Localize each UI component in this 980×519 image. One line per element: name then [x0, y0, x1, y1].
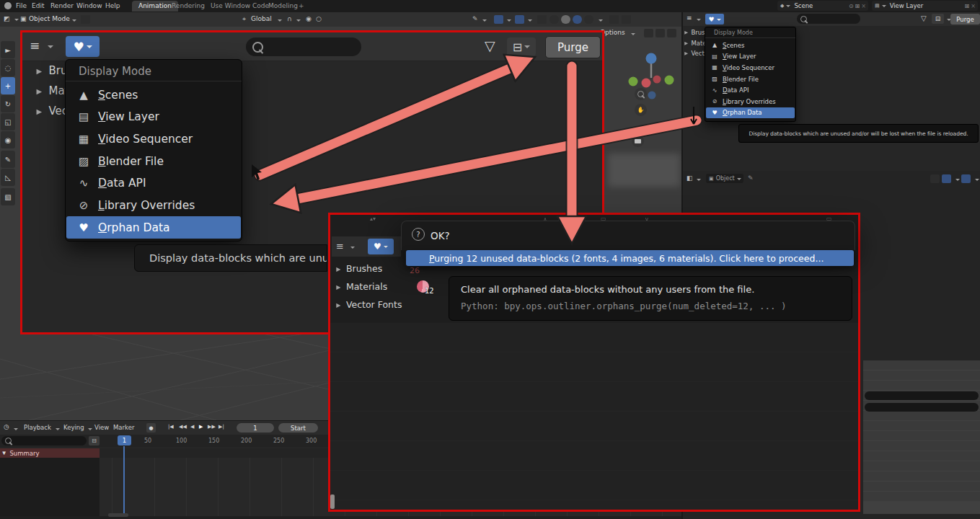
channel-filter-button[interactable]: ⊟: [89, 436, 100, 445]
editor-type-icon[interactable]: ◩: [4, 15, 10, 22]
collection-filter-button[interactable]: ⊟: [932, 14, 944, 24]
menu-item-blender-file[interactable]: ▨Blender File: [706, 74, 795, 85]
channel-search-input[interactable]: [1, 436, 87, 445]
expand-icon[interactable]: ▶: [336, 265, 340, 272]
add-workspace-button[interactable]: +: [299, 2, 304, 9]
purge-button[interactable]: Purge: [950, 14, 980, 25]
pin-id-icon[interactable]: ✎: [748, 174, 754, 182]
tool-rotate-icon[interactable]: ↻: [1, 95, 15, 112]
menu-keying[interactable]: Keying: [63, 424, 84, 431]
shading-material-icon[interactable]: [573, 15, 582, 24]
expand-icon[interactable]: ▶: [684, 40, 688, 45]
menu-item-scenes[interactable]: ▲Scenes: [66, 84, 241, 106]
playhead-line[interactable]: [123, 446, 125, 516]
jump-start-button[interactable]: |◀: [168, 424, 174, 430]
viewport-extra-icon[interactable]: [622, 15, 631, 24]
expand-icon[interactable]: ▶: [36, 66, 42, 75]
menu-item-orphan-data[interactable]: ♥Orphan Data: [66, 216, 241, 239]
gizmo-toggle-icon[interactable]: [494, 15, 503, 24]
menu-file[interactable]: File: [16, 2, 27, 9]
viewport-render-icon[interactable]: [609, 15, 619, 24]
menu-view[interactable]: View: [94, 424, 109, 431]
display-mode-button[interactable]: ♥: [705, 14, 724, 25]
tool-scale-icon[interactable]: ◱: [1, 113, 15, 130]
expand-icon[interactable]: ▶: [336, 301, 340, 308]
outliner-row-vector-fonts[interactable]: ▶Vect: [684, 49, 705, 58]
jump-end-button[interactable]: ▶|: [218, 424, 224, 430]
expand-icon[interactable]: ▶: [684, 50, 688, 56]
menu-item-video-sequencer[interactable]: ▦Video Sequencer: [706, 62, 795, 74]
pan-hand-icon[interactable]: ✋: [635, 104, 647, 116]
transform-orientation-dropdown[interactable]: Global: [251, 15, 272, 22]
tool-annotate-icon[interactable]: ✎: [1, 151, 15, 168]
copy-view-layer-icon[interactable]: ⊞: [965, 3, 970, 9]
menu-item-library-overrides[interactable]: ⊘Library Overrides: [66, 195, 241, 217]
outliner-row-brushes[interactable]: ▶Brushes: [336, 263, 382, 274]
filter-funnel-icon[interactable]: ▽: [921, 14, 927, 22]
tool-measure-icon[interactable]: ◺: [1, 169, 15, 186]
properties-field[interactable]: [865, 403, 979, 412]
expand-icon[interactable]: ▶: [36, 86, 42, 95]
scrollbar-nub[interactable]: [330, 494, 335, 509]
expand-icon[interactable]: ▶: [336, 283, 340, 290]
properties-tab-icon[interactable]: [961, 174, 971, 183]
tool-select-icon[interactable]: ►: [1, 41, 15, 58]
play-reverse-button[interactable]: ◀: [190, 424, 194, 430]
menu-edit[interactable]: Edit: [32, 2, 44, 9]
annotate-pen-icon[interactable]: ✎: [472, 15, 478, 22]
proportional-editing-icon[interactable]: ◉: [306, 15, 312, 22]
shading-wireframe-icon[interactable]: [549, 15, 559, 24]
snap-magnet-icon[interactable]: ∩: [287, 15, 292, 22]
id-breadcrumb[interactable]: ▣Object: [706, 174, 743, 183]
menu-help[interactable]: Help: [105, 2, 120, 9]
navigation-gizmo[interactable]: [619, 40, 681, 119]
pin-icon[interactable]: ⊙: [849, 3, 854, 9]
menu-item-blender-file[interactable]: ▨Blender File: [66, 150, 241, 172]
editor-type-tree-icon[interactable]: ≡: [336, 241, 344, 252]
menu-item-data-api[interactable]: ∿Data API: [66, 172, 241, 195]
shading-solid-icon[interactable]: [561, 15, 570, 24]
proportional-falloff-icon[interactable]: ○: [316, 15, 322, 22]
current-frame-field[interactable]: 1: [237, 423, 274, 432]
mode-extra-icon[interactable]: [81, 15, 90, 24]
blender-logo-icon[interactable]: [4, 2, 12, 9]
expand-icon[interactable]: ▶: [684, 30, 688, 35]
search-input[interactable]: [246, 37, 361, 56]
camera-view-icon[interactable]: [632, 135, 644, 147]
close-icon[interactable]: ×: [971, 3, 976, 9]
copy-scene-icon[interactable]: ⊞: [855, 3, 860, 9]
collapse-icon[interactable]: ▶: [1, 451, 6, 455]
viewport-corner-icon[interactable]: [655, 29, 665, 37]
collection-filter-button[interactable]: ⊟: [507, 37, 536, 56]
summary-channel[interactable]: ▶ Summary: [0, 448, 100, 458]
shading-rendered-icon[interactable]: [584, 15, 593, 24]
properties-tab-icon[interactable]: [942, 174, 951, 183]
properties-tab-icon[interactable]: [930, 174, 940, 183]
auto-key-button[interactable]: ●: [146, 423, 156, 432]
outliner-row-materials[interactable]: ▶Mate: [684, 39, 707, 48]
tab-modeling[interactable]: Modeling: [268, 2, 298, 9]
search-input[interactable]: [797, 14, 860, 24]
scene-selector[interactable]: ◆ Scene ⊙ ⊞ ×: [777, 1, 868, 11]
menu-marker[interactable]: Marker: [113, 424, 134, 431]
view-layer-selector[interactable]: ▤ View Layer ⊞ ×: [872, 1, 978, 11]
purge-button[interactable]: Purge: [545, 36, 601, 58]
tool-add-cube-icon[interactable]: ▧: [1, 188, 15, 205]
horizontal-scrollbar[interactable]: [108, 513, 128, 517]
outliner-row-vector-fonts[interactable]: ▶Vector Fonts: [336, 299, 402, 310]
overlays-toggle-icon[interactable]: [515, 15, 524, 24]
object-mode-dropdown[interactable]: Object Mode: [29, 15, 70, 22]
menu-item-library-overrides[interactable]: ⊘Library Overrides: [706, 96, 795, 107]
properties-field[interactable]: [865, 391, 979, 400]
display-mode-button[interactable]: ♥: [66, 36, 100, 57]
prev-key-button[interactable]: ◀◀: [179, 424, 187, 430]
display-mode-button[interactable]: ♥: [368, 239, 394, 254]
start-frame-field[interactable]: Start: [278, 423, 318, 432]
zoom-viewport-icon[interactable]: [635, 88, 647, 100]
tool-transform-icon[interactable]: ◉: [1, 131, 15, 148]
menu-item-scenes[interactable]: ▲Scenes: [706, 40, 795, 51]
tab-rendering[interactable]: Rendering: [172, 2, 205, 9]
xray-toggle-icon[interactable]: [537, 15, 547, 24]
filter-funnel-icon[interactable]: ▽: [485, 37, 495, 53]
editor-type-clock-icon[interactable]: ◷: [4, 423, 9, 430]
